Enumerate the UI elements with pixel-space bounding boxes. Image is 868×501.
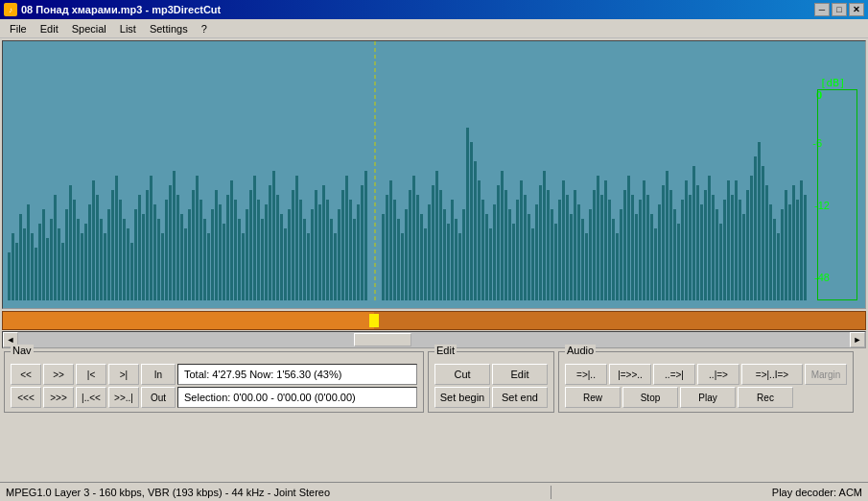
- svg-rect-10: [42, 209, 45, 300]
- set-end-button[interactable]: Set end: [492, 387, 548, 408]
- svg-rect-36: [142, 214, 145, 300]
- svg-rect-198: [777, 233, 780, 300]
- svg-rect-176: [692, 166, 695, 300]
- svg-rect-126: [501, 171, 504, 300]
- svg-rect-46: [180, 214, 183, 300]
- svg-rect-132: [524, 195, 527, 300]
- svg-rect-56: [219, 204, 222, 300]
- svg-rect-124: [493, 204, 496, 300]
- nav-rewind-fast[interactable]: <<<: [11, 387, 41, 408]
- audio-btn1[interactable]: =>|..: [565, 364, 607, 385]
- nav-out[interactable]: Out: [141, 387, 176, 408]
- audio-btn5[interactable]: =>|..I=>: [741, 364, 803, 385]
- svg-rect-103: [412, 176, 415, 300]
- progress-bar[interactable]: [2, 311, 866, 330]
- nav-forward[interactable]: >>: [43, 364, 74, 385]
- menu-file[interactable]: File: [4, 22, 33, 36]
- svg-rect-71: [276, 195, 279, 300]
- menu-help[interactable]: ?: [196, 22, 213, 36]
- svg-rect-153: [604, 180, 607, 300]
- svg-rect-137: [543, 171, 546, 300]
- svg-rect-99: [397, 219, 400, 300]
- svg-rect-201: [788, 204, 791, 300]
- nav-goto-end[interactable]: >|: [108, 364, 139, 385]
- svg-rect-28: [111, 190, 114, 300]
- scroll-thumb[interactable]: [354, 333, 411, 346]
- rec-button[interactable]: Rec: [738, 387, 793, 408]
- stop-button[interactable]: Stop: [622, 387, 678, 408]
- svg-rect-181: [712, 195, 715, 300]
- svg-rect-127: [504, 190, 507, 300]
- menu-edit[interactable]: Edit: [35, 22, 64, 36]
- svg-rect-39: [153, 204, 156, 300]
- bottom-panels: Nav << >> |< >| In Total: 4'27.95 Now: 1…: [0, 349, 868, 415]
- scroll-right-button[interactable]: ►: [850, 332, 865, 347]
- svg-rect-174: [685, 180, 688, 300]
- nav-forward-fast[interactable]: >>>: [43, 387, 74, 408]
- audio-btn4[interactable]: ..|=>: [697, 364, 739, 385]
- svg-rect-154: [608, 200, 611, 300]
- svg-rect-122: [485, 214, 488, 300]
- svg-rect-24: [96, 195, 99, 300]
- statusbar: MPEG1.0 Layer 3 - 160 kbps, VBR (193 kbp…: [0, 482, 868, 501]
- svg-rect-60: [234, 200, 237, 300]
- set-begin-button[interactable]: Set begin: [434, 387, 490, 408]
- svg-rect-143: [566, 195, 569, 300]
- nav-group: Nav << >> |< >| In Total: 4'27.95 Now: 1…: [4, 351, 424, 413]
- svg-rect-5: [23, 228, 26, 300]
- svg-rect-12: [50, 219, 53, 300]
- svg-rect-75: [292, 190, 294, 300]
- maximize-button[interactable]: □: [832, 3, 847, 16]
- svg-rect-101: [405, 209, 408, 300]
- menu-settings[interactable]: Settings: [144, 22, 194, 36]
- svg-rect-14: [58, 228, 60, 300]
- svg-rect-72: [280, 214, 283, 300]
- svg-rect-47: [184, 228, 187, 300]
- cut-button[interactable]: Cut: [434, 364, 490, 385]
- svg-rect-123: [489, 228, 492, 300]
- svg-rect-58: [226, 195, 229, 300]
- nav-prev-cut[interactable]: |..<<: [76, 387, 106, 408]
- minimize-button[interactable]: ─: [814, 3, 830, 16]
- edit-group: Edit Cut Edit Set begin Set end: [428, 351, 554, 413]
- svg-rect-38: [150, 176, 152, 300]
- svg-rect-144: [570, 214, 573, 300]
- svg-rect-31: [123, 219, 126, 300]
- menu-special[interactable]: Special: [66, 22, 112, 36]
- svg-rect-83: [322, 185, 325, 300]
- menu-list[interactable]: List: [114, 22, 142, 36]
- svg-rect-146: [577, 204, 580, 300]
- play-button[interactable]: Play: [680, 387, 736, 408]
- svg-rect-147: [581, 219, 584, 300]
- svg-rect-128: [508, 209, 511, 300]
- svg-rect-129: [512, 224, 515, 300]
- nav-rewind-start[interactable]: <<: [11, 364, 41, 385]
- svg-rect-175: [689, 195, 692, 300]
- svg-rect-112: [447, 224, 450, 300]
- edit-button[interactable]: Edit: [492, 364, 548, 385]
- svg-rect-6: [27, 204, 30, 300]
- svg-rect-179: [704, 190, 707, 300]
- audio-btn2[interactable]: |=>>..: [609, 364, 651, 385]
- svg-rect-51: [199, 200, 202, 300]
- rew-button[interactable]: Rew: [565, 387, 621, 408]
- svg-rect-8: [35, 248, 37, 300]
- nav-in[interactable]: In: [141, 364, 176, 385]
- svg-rect-139: [551, 209, 553, 300]
- close-button[interactable]: ✕: [849, 3, 864, 16]
- svg-rect-151: [597, 176, 599, 300]
- svg-rect-105: [420, 214, 423, 300]
- svg-rect-15: [61, 243, 64, 300]
- svg-rect-161: [635, 214, 638, 300]
- svg-rect-54: [211, 209, 214, 300]
- svg-rect-59: [230, 180, 233, 300]
- audio-btn3[interactable]: ..=>|: [653, 364, 695, 385]
- nav-goto-start[interactable]: |<: [76, 364, 106, 385]
- svg-rect-194: [762, 166, 764, 300]
- svg-rect-158: [623, 190, 626, 300]
- svg-rect-186: [731, 195, 734, 300]
- nav-next-cut[interactable]: >>..|: [108, 387, 139, 408]
- app-icon: ♪: [4, 3, 17, 16]
- db-scale-border: [dB]: [817, 89, 857, 300]
- svg-rect-199: [781, 209, 784, 300]
